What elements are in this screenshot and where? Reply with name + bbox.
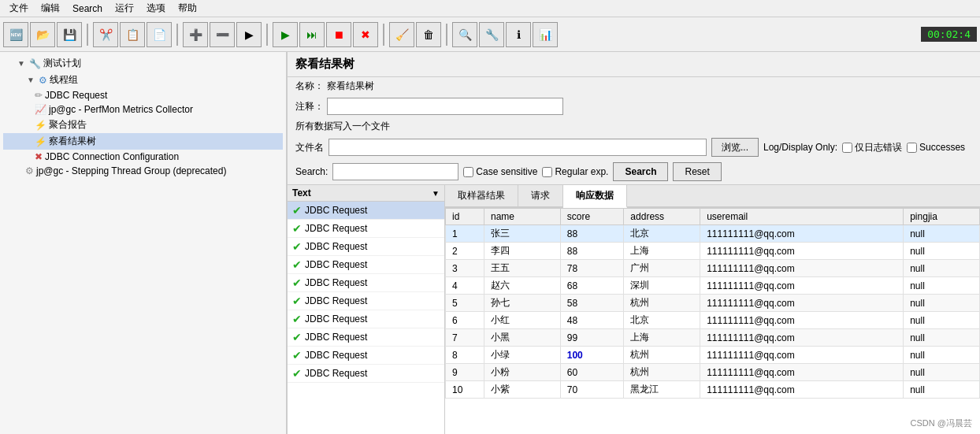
success-icon-5: ✔ xyxy=(292,276,302,289)
cell-pingjia: null xyxy=(904,243,980,260)
text-panel-dropdown-icon[interactable]: ▼ xyxy=(432,189,440,198)
new-button[interactable]: 🆕 xyxy=(3,22,28,47)
file-section-label-row: 所有数据写入一个文件 xyxy=(288,117,980,135)
run-remote-button[interactable]: ▶ xyxy=(236,22,262,47)
errors-only-checkbox-label[interactable]: 仅日志错误 xyxy=(842,141,902,154)
menu-help[interactable]: 帮助 xyxy=(172,0,203,17)
start-button[interactable]: ▶ xyxy=(273,22,298,47)
list-item[interactable]: ✔ JDBC Request xyxy=(288,238,444,256)
case-sensitive-text: Case sensitive xyxy=(476,166,537,177)
cell-address: 广州 xyxy=(624,260,700,277)
copy-button[interactable]: 📋 xyxy=(120,22,145,47)
tree-item-perfmon[interactable]: 📈 jp@gc - PerfMon Metrics Collector xyxy=(3,102,283,117)
cell-id: 2 xyxy=(446,243,484,260)
log-display-label: Log/Display Only: xyxy=(763,142,837,153)
tab-request[interactable]: 请求 xyxy=(518,185,563,206)
tree-item-threadgroup[interactable]: ▼ ⚙ 线程组 xyxy=(3,72,283,88)
shutdown-button[interactable]: ✖ xyxy=(353,22,378,47)
stepping-icon: ⚙ xyxy=(25,165,34,176)
list-item[interactable]: ✔ JDBC Request xyxy=(288,274,444,292)
list-item[interactable]: ✔ JDBC Request xyxy=(288,347,444,365)
tree-item-jdbcconn[interactable]: ✖ JDBC Connection Configuration xyxy=(3,150,283,164)
successes-checkbox[interactable] xyxy=(907,143,917,153)
regular-exp-text: Regular exp. xyxy=(555,166,608,177)
list-item[interactable]: ✔ JDBC Request xyxy=(288,256,444,274)
tree-item-jdbc[interactable]: ✏ JDBC Request xyxy=(3,88,283,102)
list-item[interactable]: ✔ JDBC Request xyxy=(288,202,444,220)
tree-label-resulttree: 察看结果树 xyxy=(49,135,96,148)
list-item-name-8: JDBC Request xyxy=(305,332,367,343)
tree-item-plan[interactable]: ▼ 🔧 测试计划 xyxy=(3,55,283,72)
jdbcconn-icon: ✖ xyxy=(35,151,43,162)
function-button[interactable]: 🔧 xyxy=(479,22,504,47)
open-button[interactable]: 📂 xyxy=(30,22,55,47)
menu-file[interactable]: 文件 xyxy=(3,0,35,17)
tab-response-data[interactable]: 响应数据 xyxy=(563,185,627,208)
tree-item-report[interactable]: ⚡ 聚合报告 xyxy=(3,117,283,133)
content-area: Text ▼ ✔ JDBC Request ✔ JDBC Request xyxy=(288,185,980,434)
menu-options[interactable]: 选项 xyxy=(140,0,172,17)
clear-all-button[interactable]: 🗑 xyxy=(416,22,441,47)
expand-icon: ▼ xyxy=(16,58,27,69)
menu-run[interactable]: 运行 xyxy=(109,0,140,17)
list-item[interactable]: ✔ JDBC Request xyxy=(288,365,444,383)
search-button[interactable]: Search xyxy=(613,162,668,181)
tree-label-jdbcconn: JDBC Connection Configuration xyxy=(45,151,179,162)
errors-only-checkbox[interactable] xyxy=(842,143,852,153)
list-item[interactable]: ✔ JDBC Request xyxy=(288,220,444,238)
name-label: 名称： xyxy=(295,80,327,93)
successes-checkbox-label[interactable]: Successes xyxy=(907,142,965,153)
cell-name: 张三 xyxy=(484,225,560,243)
comment-input[interactable] xyxy=(327,98,563,115)
cell-pingjia: null xyxy=(904,364,980,381)
search-input[interactable] xyxy=(332,163,458,180)
help-button[interactable]: ℹ xyxy=(506,22,531,47)
result-icon: ⚡ xyxy=(35,136,46,147)
panel-header: 察看结果树 xyxy=(288,52,980,77)
find-button[interactable]: 🔍 xyxy=(452,22,477,47)
regular-exp-checkbox[interactable] xyxy=(542,167,552,177)
paste-button[interactable]: 📄 xyxy=(147,22,172,47)
thread-icon: ⚙ xyxy=(39,75,47,86)
expand-button[interactable]: ➕ xyxy=(183,22,208,47)
col-header-id: id xyxy=(446,209,484,225)
menu-edit[interactable]: 编辑 xyxy=(35,0,66,17)
perfmon-icon: 📈 xyxy=(35,104,46,115)
watermark: CSDN @冯晨芸 xyxy=(911,417,972,429)
tree-item-stepping[interactable]: ⚙ jp@gc - Stepping Thread Group (depreca… xyxy=(3,164,283,178)
list-item[interactable]: ✔ JDBC Request xyxy=(288,292,444,310)
save-button[interactable]: 💾 xyxy=(57,22,82,47)
result-table: id name score address useremail pingjia … xyxy=(445,208,980,399)
table-row: 10 小紫 70 黑龙江 111111111@qq.com null xyxy=(446,381,980,399)
cell-id: 9 xyxy=(446,364,484,381)
cell-name: 王五 xyxy=(484,260,560,277)
cut-button[interactable]: ✂️ xyxy=(93,22,118,47)
case-sensitive-label[interactable]: Case sensitive xyxy=(463,166,537,177)
tab-sampler-result[interactable]: 取样器结果 xyxy=(445,185,518,206)
list-item[interactable]: ✔ JDBC Request xyxy=(288,328,444,347)
cell-score: 60 xyxy=(560,364,624,381)
stop-button[interactable]: ⏹ xyxy=(326,22,351,47)
regular-exp-label[interactable]: Regular exp. xyxy=(542,166,608,177)
about-button[interactable]: 📊 xyxy=(533,22,558,47)
cell-score: 70 xyxy=(560,381,624,399)
start-no-pause-button[interactable]: ⏭ xyxy=(299,22,325,47)
col-header-address: address xyxy=(624,209,700,225)
cell-pingjia: null xyxy=(904,381,980,399)
case-sensitive-checkbox[interactable] xyxy=(463,167,473,177)
tree-item-resulttree[interactable]: ⚡ 察看结果树 xyxy=(3,133,283,150)
cell-useremail: 111111111@qq.com xyxy=(700,260,904,277)
cell-useremail: 111111111@qq.com xyxy=(700,225,904,243)
filename-input[interactable] xyxy=(329,139,707,156)
browse-button[interactable]: 浏览... xyxy=(711,138,759,157)
tree-label-report: 聚合报告 xyxy=(49,118,87,132)
clear-button[interactable]: 🧹 xyxy=(389,22,414,47)
menu-search[interactable]: Search xyxy=(66,2,109,16)
cell-address: 杭州 xyxy=(624,295,700,312)
list-item[interactable]: ✔ JDBC Request xyxy=(288,310,444,328)
col-header-name: name xyxy=(484,209,560,225)
name-value: 察看结果树 xyxy=(327,80,374,93)
tree-label-plan: 测试计划 xyxy=(43,57,81,70)
collapse-button[interactable]: ➖ xyxy=(210,22,235,47)
reset-button[interactable]: Reset xyxy=(673,162,721,181)
